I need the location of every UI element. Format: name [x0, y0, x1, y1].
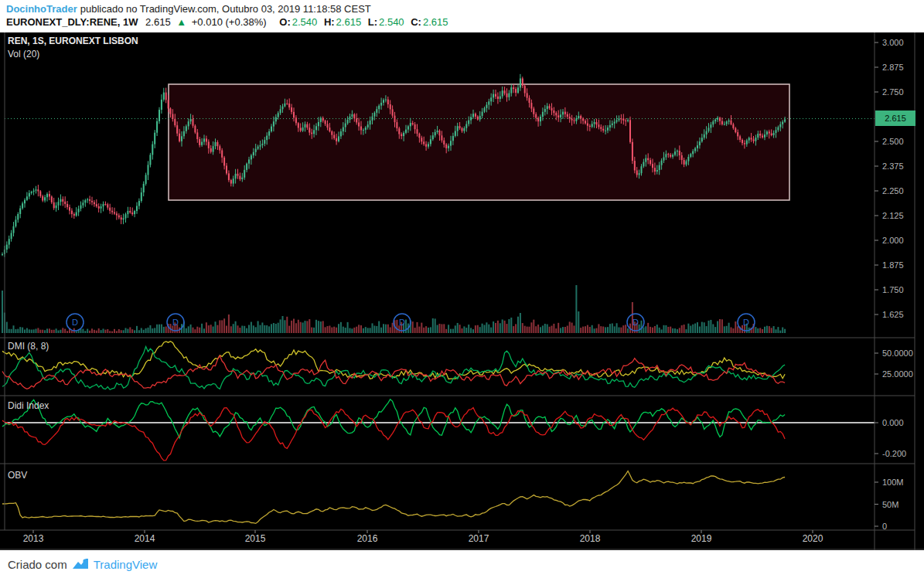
candle-body: [641, 166, 643, 173]
candle-body: [530, 103, 532, 108]
year-label[interactable]: 2015: [245, 533, 266, 544]
volume-bar: [493, 321, 494, 333]
candle-body: [757, 134, 759, 138]
volume-bar: [320, 321, 322, 333]
candle-body: [39, 192, 41, 196]
year-label[interactable]: 2017: [469, 533, 489, 544]
candle-body: [403, 133, 404, 136]
candle-body: [19, 209, 21, 214]
symbol-name[interactable]: EURONEXT_DLY:RENE, 1W: [6, 16, 138, 28]
candle-body: [459, 126, 461, 128]
chart-canvas[interactable]: DDDDD3.0002.8752.7502.5002.3752.2502.125…: [0, 32, 924, 550]
chart-area[interactable]: DDDDD3.0002.8752.7502.5002.3752.2502.125…: [0, 32, 924, 550]
volume-bar: [527, 327, 528, 333]
candle-body: [681, 155, 683, 160]
candle-body: [282, 107, 284, 110]
candle-body: [300, 128, 302, 131]
candle-body: [51, 196, 53, 202]
candle-body: [385, 100, 387, 100]
volume-bar: [564, 327, 566, 333]
high-label: H:: [324, 16, 335, 28]
candle-body: [450, 141, 452, 145]
candle-body: [365, 128, 367, 130]
year-label[interactable]: 2013: [23, 533, 44, 544]
open-value: 2.540: [292, 16, 318, 28]
year-label[interactable]: 2016: [357, 533, 378, 544]
volume-bar: [712, 324, 714, 333]
volume-bar: [462, 328, 463, 333]
candle-body: [547, 106, 548, 109]
candle-body: [418, 134, 420, 138]
volume-bar: [347, 322, 349, 333]
candle-body: [80, 206, 82, 209]
candle-body: [46, 194, 48, 197]
volume-bar: [495, 323, 496, 333]
volume-bar: [482, 324, 483, 333]
dividend-marker-letter: D: [172, 318, 179, 327]
candle-body: [183, 131, 185, 136]
candle-body: [522, 78, 523, 86]
volume-bar: [677, 329, 678, 333]
volume-bar: [134, 330, 135, 333]
author-link[interactable]: DocinhoTrader: [6, 3, 77, 15]
up-arrow-icon: ▲: [176, 16, 186, 28]
volume-bar: [779, 331, 781, 333]
candle-body: [318, 122, 319, 126]
candle-body: [87, 199, 88, 200]
candle-body: [634, 161, 636, 170]
volume-bar: [121, 330, 122, 333]
volume-bar: [450, 329, 452, 333]
candle-body: [98, 206, 100, 209]
candle-body: [168, 100, 169, 108]
candle-body: [331, 131, 332, 135]
volume-bar: [305, 321, 306, 333]
candle-body: [24, 200, 26, 203]
volume-bar: [31, 330, 32, 333]
volume-bar: [782, 328, 783, 333]
year-label[interactable]: 2014: [135, 533, 155, 544]
dividend-marker-letter: D: [399, 318, 405, 327]
volume-bar: [219, 320, 220, 333]
volume-bar: [300, 322, 302, 333]
volume-bar: [448, 325, 449, 333]
volume-bar: [221, 320, 223, 333]
candle-body: [104, 204, 106, 205]
candle-body: [405, 130, 407, 133]
candle-body: [425, 144, 427, 147]
candle-body: [751, 138, 752, 139]
year-label[interactable]: 2019: [691, 533, 712, 544]
candle-body: [535, 114, 537, 118]
volume-bar: [293, 319, 295, 333]
candle-body: [414, 124, 416, 129]
candle-body: [619, 118, 620, 120]
candle-body: [233, 178, 234, 183]
candle-body: [484, 108, 486, 112]
price-axis-label: 3.000: [882, 38, 904, 47]
candle-body: [596, 122, 598, 124]
year-label[interactable]: 2018: [580, 533, 601, 544]
volume-bar: [143, 330, 145, 333]
candle-body: [131, 212, 133, 214]
volume-bar: [486, 322, 487, 333]
volume-bar: [656, 325, 658, 333]
volume-bar: [502, 319, 503, 333]
candle-body: [463, 128, 465, 131]
volume-bar: [37, 328, 39, 333]
volume-bar: [589, 327, 591, 333]
tradingview-link[interactable]: TradingView: [94, 558, 158, 571]
candle-body: [367, 124, 369, 128]
volume-bar: [372, 323, 373, 333]
range-rectangle-drawing[interactable]: [169, 84, 789, 200]
volume-bar: [228, 314, 230, 333]
volume-bar: [520, 313, 521, 333]
year-label[interactable]: 2020: [803, 533, 823, 544]
candle-body: [766, 131, 768, 134]
volume-bar: [89, 331, 90, 333]
candle-body: [44, 197, 46, 200]
candle-body: [643, 162, 644, 167]
candle-body: [513, 87, 514, 89]
volume-bar: [223, 318, 225, 333]
candle-body: [309, 128, 310, 132]
volume-bar: [210, 325, 212, 333]
candle-body: [477, 117, 479, 120]
